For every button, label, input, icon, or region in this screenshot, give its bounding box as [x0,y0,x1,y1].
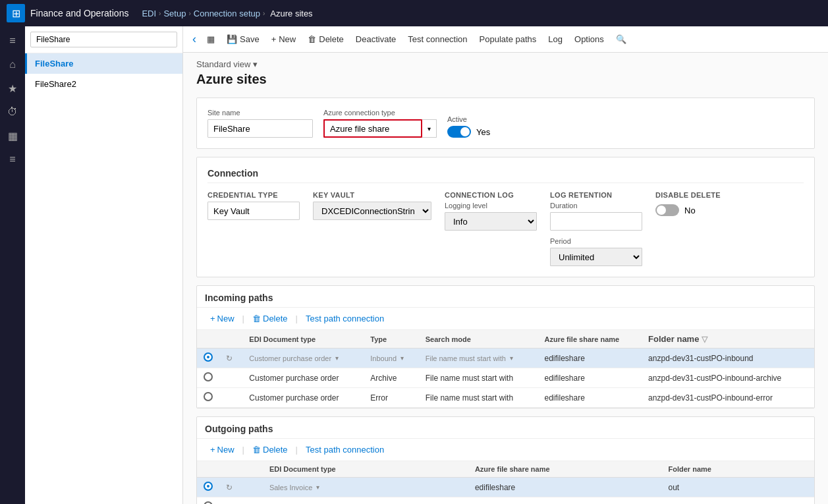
nav-item-fileshare[interactable]: FileShare [25,53,182,74]
delete-button[interactable]: 🗑 Delete [302,32,349,47]
folder-cell: out [662,478,786,497]
test-connection-button[interactable]: Test connection [402,32,472,47]
doc-type-cell: Sales Invoice ▾ [263,478,468,497]
col-folder: Folder name ▽ [642,330,814,349]
doc-type-cell: Customer purchase order ▾ [242,349,364,368]
site-form-section: Site name Azure connection type ▾ [196,98,815,149]
refresh-cell [219,497,263,505]
save-button[interactable]: 💾 Save [221,32,265,47]
incoming-row-3[interactable]: Customer purchase order Error File name … [197,388,814,408]
period-select[interactable]: Unlimited [550,248,642,266]
breadcrumb-setup[interactable]: Setup [163,9,186,18]
doc-type-cell: Customer purchase order [242,388,364,408]
row-radio[interactable] [204,372,213,381]
plus-icon: + [210,314,215,323]
connection-log-label: CONNECTION LOG [445,191,537,199]
azure-share-cell: edifileshare [538,368,642,388]
col-azure-share: Azure file share name [468,461,662,478]
connection-section-title: Connection [207,168,804,183]
refresh-icon: ↻ [226,354,233,363]
sidebar-workspaces-icon[interactable]: ▦ [2,125,23,146]
refresh-cell [219,368,242,388]
breadcrumb-sep-1: › [159,10,161,17]
toolbar-search-button[interactable]: 🔍 [611,32,632,47]
key-vault-select[interactable]: DXCEDIConnectionString [313,202,431,220]
row-radio[interactable] [204,482,213,491]
col-doc-type: EDI Document type [263,461,468,478]
nav-item-fileshare2[interactable]: FileShare2 [25,74,182,94]
breadcrumb-current: Azure sites [270,9,312,18]
app-grid-icon[interactable]: ⊞ [7,4,25,22]
sidebar-home-icon[interactable]: ⌂ [2,54,23,75]
col-type: Type [364,330,418,349]
search-mode-cell: File name must start with [419,368,538,388]
logging-level-label: Logging level [445,202,537,210]
populate-paths-button[interactable]: Populate paths [474,32,542,47]
doc-type-cell: Vendor purchase order [263,497,468,505]
connection-type-dropdown-btn[interactable]: ▾ [422,119,437,138]
outgoing-row-1[interactable]: ↻ Sales Invoice ▾ edifileshare out [197,478,814,497]
outgoing-paths-toolbar: + New | 🗑 Delete | Test path connection [197,439,814,461]
incoming-row-2[interactable]: Customer purchase order Archive File nam… [197,368,814,388]
active-toggle[interactable] [447,126,471,138]
type-cell: Archive [364,368,418,388]
new-icon: + [271,34,277,44]
sidebar-modules-icon[interactable]: ≡ [2,149,23,170]
key-vault-label: Key vault [313,191,431,199]
outgoing-delete-button[interactable]: 🗑 Delete [247,443,293,457]
view-icon: ▦ [207,34,215,44]
incoming-row-1[interactable]: ↻ Customer purchase order ▾ Inbound [197,349,814,368]
incoming-test-path-button[interactable]: Test path connection [300,312,389,325]
incoming-paths-section: Incoming paths + New | 🗑 Delete | Test p… [196,285,815,408]
row-radio[interactable] [204,501,213,504]
breadcrumb: EDI › Setup › Connection setup › Azure s… [142,9,315,18]
sidebar-menu-icon[interactable]: ≡ [2,30,23,51]
refresh-icon: ↻ [226,483,233,492]
chevron-down-icon: ▾ [253,59,258,69]
outgoing-new-button[interactable]: + New [205,443,240,457]
sidebar-favorites-icon[interactable]: ★ [2,78,23,99]
deactivate-button[interactable]: Deactivate [350,32,401,47]
sidebar-recent-icon[interactable]: ⏱ [2,101,23,123]
log-button[interactable]: Log [543,32,568,47]
connection-fields: CREDENTIAL TYPE Key vault DXCEDIConnecti… [207,191,804,266]
logging-level-select[interactable]: Info [445,212,537,231]
site-name-input[interactable] [207,119,313,138]
azure-share-cell: edifileshare [468,497,662,505]
outgoing-row-2[interactable]: Vendor purchase order edifileshare out [197,497,814,505]
duration-input[interactable] [550,212,642,231]
back-button[interactable]: ‹ [188,32,200,46]
options-button[interactable]: Options [569,32,609,47]
col-radio [197,330,219,349]
row-radio-cell [197,388,219,408]
folder-cell: out [662,497,786,505]
breadcrumb-edi[interactable]: EDI [142,9,156,18]
breadcrumb-connection-setup[interactable]: Connection setup [194,9,260,18]
dropdown-arrow-icon[interactable]: ▾ [510,354,513,362]
incoming-new-button[interactable]: + New [205,312,240,325]
connection-type-input[interactable] [323,119,422,138]
page-area: Standard view ▾ Azure sites Site name Az… [183,53,828,504]
nav-search-input[interactable] [30,32,177,47]
col-azure-share: Azure file share name [538,330,642,349]
toolbar-view-button[interactable]: ▦ [202,32,220,47]
col-refresh [219,461,263,478]
disable-delete-toggle[interactable] [655,204,679,216]
dropdown-arrow-icon[interactable]: ▾ [316,484,319,491]
page-title: Azure sites [196,72,815,87]
app-title: Finance and Operations [30,8,128,18]
new-button[interactable]: + New [266,32,302,47]
toolbar: ‹ ▦ 💾 Save + New 🗑 Delete Deactivate Tes… [183,26,828,53]
dropdown-arrow-icon[interactable]: ▾ [335,354,339,362]
row-radio[interactable] [204,392,213,401]
credential-type-input[interactable] [207,202,300,220]
col-extra [785,461,814,478]
type-cell: Error [364,388,418,408]
row-radio[interactable] [204,352,213,362]
standard-view-selector[interactable]: Standard view ▾ [196,59,815,69]
outgoing-test-path-button[interactable]: Test path connection [300,443,389,457]
dropdown-arrow-icon[interactable]: ▾ [400,354,404,362]
refresh-cell: ↻ [219,349,242,368]
grid-icon: ⊞ [12,7,20,20]
incoming-delete-button[interactable]: 🗑 Delete [247,312,293,325]
